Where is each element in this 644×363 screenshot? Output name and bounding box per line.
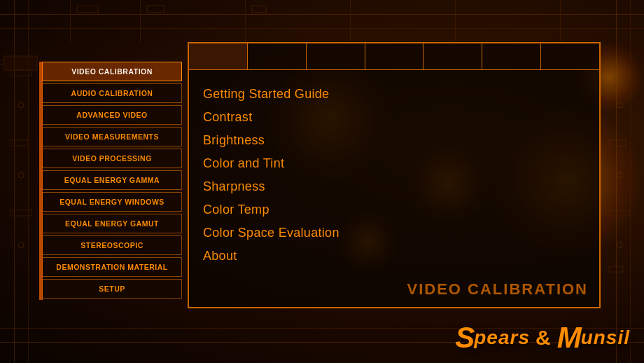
- svg-rect-23: [10, 140, 28, 146]
- svg-rect-5: [350, 0, 351, 42]
- sidebar-item-setup[interactable]: SETUP: [42, 279, 182, 299]
- sidebar-item-equal-energy-gamma[interactable]: EQUAL ENERGY GAMMA: [42, 170, 182, 190]
- svg-point-18: [617, 172, 622, 178]
- svg-rect-8: [77, 6, 98, 13]
- tab-2[interactable]: [248, 43, 307, 69]
- svg-point-17: [617, 102, 622, 108]
- sidebar-item-equal-energy-gamut[interactable]: EQUAL ENERGY GAMUT: [42, 214, 182, 233]
- sidebar-item-audio-calibration[interactable]: AUDIO CALIBRATION: [42, 83, 182, 103]
- svg-rect-4: [245, 0, 246, 42]
- section-title: VIDEO CALIBRATION: [407, 280, 588, 299]
- svg-rect-10: [252, 6, 266, 13]
- svg-rect-9: [147, 6, 164, 13]
- menu-item-color-and-tint[interactable]: Color and Tint: [203, 153, 585, 174]
- menu-item-color-temp[interactable]: Color Temp: [203, 200, 585, 220]
- tab-4[interactable]: [365, 43, 424, 69]
- sidebar-item-video-measurements[interactable]: VIDEO MEASUREMENTS: [42, 127, 182, 146]
- svg-rect-1: [0, 28, 644, 29]
- circuit-top-svg: [0, 0, 644, 42]
- svg-point-27: [18, 242, 24, 248]
- svg-rect-14: [609, 140, 626, 146]
- svg-rect-28: [4, 56, 37, 70]
- main-panel: Getting Started Guide Contrast Brightnes…: [188, 42, 601, 308]
- tab-5[interactable]: [424, 43, 482, 69]
- sidebar-item-advanced-video[interactable]: ADVANCED VIDEO: [42, 105, 182, 125]
- sidebar-left-accent: [39, 62, 43, 300]
- brand-ampersand: &: [536, 326, 552, 350]
- menu-item-sharpness[interactable]: Sharpness: [203, 177, 585, 197]
- svg-point-25: [18, 102, 24, 108]
- menu-item-brightness[interactable]: Brightness: [203, 130, 585, 151]
- sidebar: VIDEO CALIBRATION AUDIO CALIBRATION ADVA…: [42, 62, 182, 299]
- menu-item-color-space-evaluation[interactable]: Color Space Evaluation: [203, 223, 585, 243]
- sidebar-item-video-processing[interactable]: VIDEO PROCESSING: [42, 149, 182, 168]
- svg-rect-7: [560, 0, 561, 42]
- menu-item-getting-started[interactable]: Getting Started Guide: [203, 84, 585, 104]
- branding: Spears & Munsil: [455, 321, 630, 355]
- svg-rect-6: [455, 0, 456, 42]
- brand-pears: pears: [474, 327, 530, 349]
- svg-rect-0: [0, 14, 644, 15]
- tab-6[interactable]: [482, 43, 541, 69]
- brand-m: M: [557, 321, 582, 355]
- tab-bar: [189, 43, 599, 70]
- svg-point-26: [18, 172, 24, 178]
- brand-s: S: [455, 321, 475, 355]
- menu-item-about[interactable]: About: [203, 246, 585, 266]
- svg-rect-13: [609, 70, 630, 76]
- sidebar-item-equal-energy-windows[interactable]: EQUAL ENERGY WINDOWS: [42, 192, 182, 212]
- tab-3[interactable]: [307, 43, 365, 69]
- menu-item-contrast[interactable]: Contrast: [203, 107, 585, 128]
- svg-point-19: [617, 242, 622, 248]
- content-area: Getting Started Guide Contrast Brightnes…: [189, 70, 599, 280]
- sidebar-item-video-calibration[interactable]: VIDEO CALIBRATION: [42, 62, 182, 81]
- tab-1[interactable]: [189, 43, 248, 69]
- sidebar-item-stereoscopic[interactable]: STEREOSCOPIC: [42, 235, 182, 255]
- sidebar-item-demonstration-material[interactable]: DEMONSTRATION MATERIAL: [42, 257, 182, 277]
- svg-rect-3: [140, 0, 141, 42]
- tab-7[interactable]: [541, 43, 599, 69]
- svg-rect-15: [609, 210, 630, 216]
- brand-unsil: unsil: [581, 327, 630, 349]
- svg-rect-2: [70, 0, 71, 42]
